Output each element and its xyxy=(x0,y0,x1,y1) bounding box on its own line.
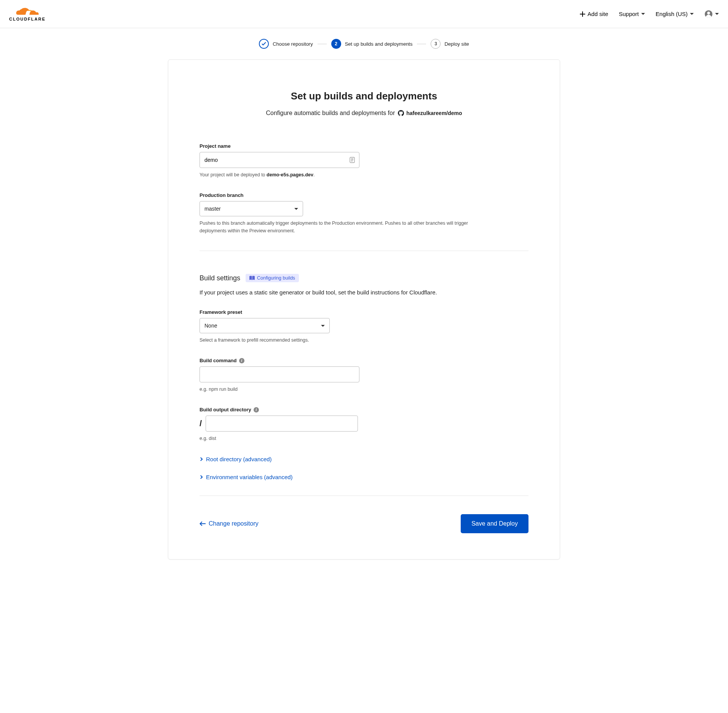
svg-rect-4 xyxy=(351,160,353,160)
caret-down-icon xyxy=(294,208,298,210)
caret-down-icon xyxy=(321,325,325,327)
account-menu[interactable] xyxy=(704,10,719,18)
page-subtitle: Configure automatic builds and deploymen… xyxy=(200,110,528,117)
step-2-setup-builds: 2 Set up builds and deployments xyxy=(331,39,413,49)
plus-icon xyxy=(580,11,585,17)
step-2-label: Set up builds and deployments xyxy=(345,41,413,47)
section-divider xyxy=(200,251,528,251)
step-connector xyxy=(417,44,426,44)
build-settings-header: Build settings Configuring builds xyxy=(200,274,528,282)
framework-preset-label: Framework preset xyxy=(200,309,528,315)
framework-preset-select[interactable]: None xyxy=(200,318,330,333)
caret-down-icon xyxy=(690,13,694,15)
card-footer: Change repository Save and Deploy xyxy=(200,514,528,533)
build-settings-title: Build settings xyxy=(200,274,240,282)
build-output-directory-label: Build output directory i xyxy=(200,407,528,412)
path-prefix-slash: / xyxy=(200,419,202,428)
production-branch-value: master xyxy=(204,206,221,212)
production-branch-label: Production branch xyxy=(200,192,528,198)
language-label: English (US) xyxy=(656,11,688,17)
production-branch-select[interactable]: master xyxy=(200,201,303,216)
step-connector xyxy=(318,44,327,44)
step-1-choose-repository[interactable]: Choose repository xyxy=(259,39,313,49)
environment-variables-label: Environment variables (advanced) xyxy=(206,474,293,480)
chevron-right-icon xyxy=(199,475,203,479)
step-1-label: Choose repository xyxy=(273,41,313,47)
footer-divider xyxy=(200,496,528,496)
support-menu[interactable]: Support xyxy=(619,11,645,17)
cloudflare-logo[interactable]: CLOUDFLARE xyxy=(9,7,46,21)
configuring-builds-label: Configuring builds xyxy=(257,275,295,281)
step-3-label: Deploy site xyxy=(444,41,469,47)
subtitle-text: Configure automatic builds and deploymen… xyxy=(266,110,395,117)
build-output-directory-help: e.g. dist xyxy=(200,435,474,442)
svg-rect-6 xyxy=(252,276,252,280)
cloudflare-wordmark: CLOUDFLARE xyxy=(9,17,46,21)
change-repository-label: Change repository xyxy=(209,520,259,527)
root-directory-label: Root directory (advanced) xyxy=(206,456,272,462)
svg-point-1 xyxy=(707,11,710,14)
change-repository-link[interactable]: Change repository xyxy=(200,520,259,527)
build-command-label: Build command i xyxy=(200,358,528,363)
setup-card: Set up builds and deployments Configure … xyxy=(168,59,560,560)
add-site-label: Add site xyxy=(588,11,608,17)
step-3-deploy-site: 3 Deploy site xyxy=(431,39,469,49)
add-site-button[interactable]: Add site xyxy=(580,11,608,17)
step-check-icon xyxy=(259,39,269,49)
repository-chip: hafeezulkareem/demo xyxy=(398,110,462,116)
caret-down-icon xyxy=(641,13,645,15)
cloudflare-cloud-icon xyxy=(16,7,39,17)
page-title: Set up builds and deployments xyxy=(200,90,528,102)
step-3-number: 3 xyxy=(431,39,441,49)
build-output-directory-input[interactable] xyxy=(206,416,358,432)
user-avatar-icon xyxy=(704,10,713,18)
build-command-help: e.g. npm run build xyxy=(200,385,474,393)
save-and-deploy-button[interactable]: Save and Deploy xyxy=(461,514,528,533)
environment-variables-toggle[interactable]: Environment variables (advanced) xyxy=(200,474,528,480)
framework-preset-help: Select a framework to prefill recommende… xyxy=(200,336,474,344)
project-name-help: Your project will be deployed to demo-e5… xyxy=(200,171,474,179)
language-menu[interactable]: English (US) xyxy=(656,11,694,17)
chevron-right-icon xyxy=(199,457,203,461)
svg-rect-3 xyxy=(351,158,353,159)
project-name-label: Project name xyxy=(200,143,528,149)
root-directory-toggle[interactable]: Root directory (advanced) xyxy=(200,456,528,462)
arrow-left-icon xyxy=(200,521,206,526)
github-icon xyxy=(398,110,404,116)
build-command-input[interactable] xyxy=(200,366,359,382)
step-2-number: 2 xyxy=(331,39,341,49)
docs-icon xyxy=(249,276,255,280)
svg-rect-5 xyxy=(351,161,353,161)
wizard-stepper: Choose repository 2 Set up builds and de… xyxy=(0,28,728,59)
project-name-input[interactable] xyxy=(200,152,359,168)
configuring-builds-link[interactable]: Configuring builds xyxy=(246,274,299,282)
global-header: CLOUDFLARE Add site Support English (US) xyxy=(0,0,728,28)
framework-preset-field: Framework preset None Select a framework… xyxy=(200,309,528,344)
build-settings-description: If your project uses a static site gener… xyxy=(200,289,528,296)
production-branch-help: Pushes to this branch automatically trig… xyxy=(200,219,474,235)
caret-down-icon xyxy=(715,13,719,15)
build-output-directory-field: Build output directory i / e.g. dist xyxy=(200,407,528,442)
repository-name: hafeezulkareem/demo xyxy=(406,110,462,116)
production-branch-field: Production branch master Pushes to this … xyxy=(200,192,528,235)
project-name-field: Project name Your project will be deploy… xyxy=(200,143,528,179)
build-command-field: Build command i e.g. npm run build xyxy=(200,358,528,393)
info-icon[interactable]: i xyxy=(239,358,244,363)
framework-preset-value: None xyxy=(204,323,217,329)
info-icon[interactable]: i xyxy=(254,407,259,412)
header-right-actions: Add site Support English (US) xyxy=(580,10,719,18)
form-autofill-icon[interactable] xyxy=(349,157,356,163)
support-label: Support xyxy=(619,11,639,17)
